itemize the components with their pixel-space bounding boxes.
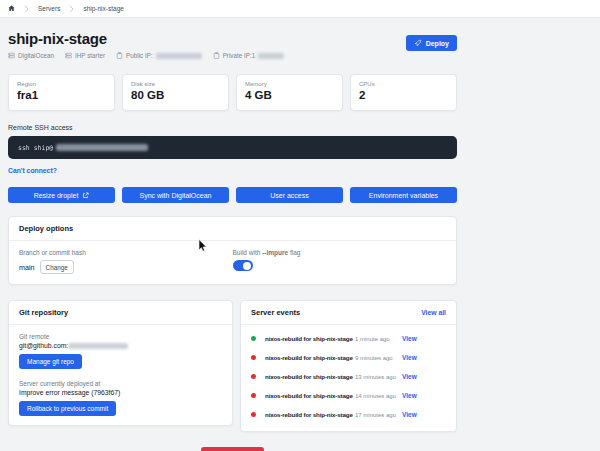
branch-value: main bbox=[19, 263, 35, 272]
event-name: nixos-rebuild for ship-nix-stage bbox=[265, 354, 355, 361]
status-dot bbox=[251, 374, 256, 379]
status-dot bbox=[251, 355, 256, 360]
event-time: 14 minutes ago bbox=[355, 393, 402, 399]
change-branch-button[interactable]: Change bbox=[40, 260, 74, 274]
event-view-link[interactable]: View bbox=[402, 392, 417, 399]
deployed-at-label: Server currently deployed at bbox=[19, 380, 222, 387]
event-time: 1 minute ago bbox=[355, 336, 402, 342]
deployed-commit-value: Improve error message (7963f67) bbox=[19, 389, 222, 396]
button-label: Sync with DigitalOcean bbox=[140, 192, 212, 199]
event-name: nixos-rebuild for ship-nix-stage bbox=[265, 373, 355, 380]
cant-connect-link[interactable]: Can't connect? bbox=[8, 167, 57, 174]
stat-label: Region bbox=[17, 81, 106, 87]
resize-droplet-button[interactable]: Resize droplet bbox=[8, 187, 115, 203]
stat-label: Memory bbox=[245, 81, 334, 87]
rocket-icon bbox=[414, 39, 422, 47]
git-remote-value: git@github.com: bbox=[19, 342, 222, 349]
server-icon bbox=[65, 52, 72, 59]
ssh-section: Remote SSH access ssh ship@ Can't connec… bbox=[8, 124, 457, 177]
breadcrumb: Servers ship-nix-stage bbox=[0, 0, 600, 18]
button-label: Environment variables bbox=[369, 192, 438, 199]
event-view-link[interactable]: View bbox=[402, 335, 417, 342]
user-access-button[interactable]: User access bbox=[236, 187, 343, 203]
event-time: 9 minutes ago bbox=[355, 355, 402, 361]
server-events-card: Server events View all nixos-rebuild for… bbox=[240, 300, 457, 432]
actions-row: Resize droplet Sync with DigitalOcean Us… bbox=[8, 187, 457, 203]
event-view-link[interactable]: View bbox=[402, 373, 417, 380]
redacted-value bbox=[258, 53, 284, 59]
git-remote-label: Git remote bbox=[19, 333, 222, 340]
event-time: 17 minutes ago bbox=[355, 412, 402, 418]
provider-badge: DigitalOcean bbox=[8, 52, 54, 59]
status-dot bbox=[251, 336, 256, 341]
server-icon bbox=[8, 52, 15, 59]
ssh-command-box: ssh ship@ bbox=[8, 136, 457, 159]
redacted-value bbox=[56, 144, 148, 151]
ssh-label: Remote SSH access bbox=[8, 124, 457, 131]
private-ip-badge[interactable]: Private IP:1 bbox=[213, 52, 285, 59]
destroy-server-button[interactable]: Destroy server bbox=[201, 447, 265, 451]
badge-label: DigitalOcean bbox=[18, 52, 54, 59]
stat-label: CPUs bbox=[359, 81, 448, 87]
sync-digitalocean-button[interactable]: Sync with DigitalOcean bbox=[122, 187, 229, 203]
danger-zone: Destroy server bbox=[8, 444, 457, 451]
external-link-icon bbox=[82, 192, 89, 199]
stat-card-disk: Disk size 80 GB bbox=[122, 74, 229, 111]
button-label: Resize droplet bbox=[34, 192, 79, 199]
branch-field: Branch or commit hash main Change bbox=[19, 249, 233, 274]
event-time: 13 minutes ago bbox=[355, 374, 402, 380]
environment-variables-button[interactable]: Environment variables bbox=[350, 187, 457, 203]
plan-badge: IHP starter bbox=[65, 52, 105, 59]
stats-row: Region fra1 Disk size 80 GB Memory 4 GB … bbox=[8, 74, 457, 111]
badges-row: DigitalOcean IHP starter Public IP: Priv… bbox=[8, 52, 284, 59]
events-card-header: Server events View all bbox=[241, 301, 456, 325]
deploy-button-label: Deploy bbox=[426, 40, 449, 47]
rollback-button[interactable]: Rollback to previous commit bbox=[19, 401, 116, 416]
stat-value: 4 GB bbox=[245, 89, 334, 101]
view-all-link[interactable]: View all bbox=[421, 309, 446, 316]
card-title: Server events bbox=[251, 308, 300, 317]
impure-field: Build with --impure flag bbox=[233, 249, 447, 274]
stat-value: 2 bbox=[359, 89, 448, 101]
status-dot bbox=[251, 412, 256, 417]
deploy-options-card: Deploy options Branch or commit hash mai… bbox=[8, 216, 457, 285]
chevron-right-icon bbox=[69, 5, 74, 13]
card-title: Deploy options bbox=[19, 224, 73, 233]
events-list: nixos-rebuild for ship-nix-stage 1 minut… bbox=[241, 325, 456, 431]
impure-label: Build with --impure flag bbox=[233, 249, 447, 256]
server-event-row: nixos-rebuild for ship-nix-stage 13 minu… bbox=[251, 367, 446, 386]
breadcrumb-current: ship-nix-stage bbox=[83, 5, 123, 12]
server-event-row: nixos-rebuild for ship-nix-stage 14 minu… bbox=[251, 386, 446, 405]
event-view-link[interactable]: View bbox=[402, 411, 417, 418]
impure-toggle[interactable] bbox=[233, 260, 253, 271]
stat-value: fra1 bbox=[17, 89, 106, 101]
clipboard-icon bbox=[213, 52, 220, 59]
badge-label: Public IP: bbox=[126, 52, 153, 59]
deploy-button[interactable]: Deploy bbox=[406, 35, 457, 51]
badge-label: Private IP:1 bbox=[223, 52, 256, 59]
server-event-row: nixos-rebuild for ship-nix-stage 1 minut… bbox=[251, 329, 446, 348]
public-ip-badge[interactable]: Public IP: bbox=[116, 52, 202, 59]
clipboard-icon bbox=[116, 52, 123, 59]
server-event-row: nixos-rebuild for ship-nix-stage 9 minut… bbox=[251, 348, 446, 367]
card-title: Git repository bbox=[19, 308, 68, 317]
event-name: nixos-rebuild for ship-nix-stage bbox=[265, 392, 355, 399]
branch-label: Branch or commit hash bbox=[19, 249, 233, 256]
deploy-options-header: Deploy options bbox=[9, 217, 456, 241]
manage-git-repo-button[interactable]: Manage git repo bbox=[19, 354, 82, 369]
badge-label: IHP starter bbox=[75, 52, 105, 59]
stat-value: 80 GB bbox=[131, 89, 220, 101]
home-icon[interactable] bbox=[8, 5, 15, 12]
event-view-link[interactable]: View bbox=[402, 354, 417, 361]
stat-label: Disk size bbox=[131, 81, 220, 87]
server-event-row: nixos-rebuild for ship-nix-stage 17 minu… bbox=[251, 405, 446, 424]
event-name: nixos-rebuild for ship-nix-stage bbox=[265, 335, 355, 342]
git-card-header: Git repository bbox=[9, 301, 232, 325]
stat-card-cpus: CPUs 2 bbox=[350, 74, 457, 111]
page-title: ship-nix-stage bbox=[8, 30, 284, 47]
page-header: ship-nix-stage DigitalOcean IHP starter … bbox=[8, 30, 457, 59]
breadcrumb-servers[interactable]: Servers bbox=[38, 5, 60, 12]
redacted-value bbox=[68, 343, 128, 349]
ssh-command: ssh ship@ bbox=[18, 144, 53, 152]
stat-card-memory: Memory 4 GB bbox=[236, 74, 343, 111]
